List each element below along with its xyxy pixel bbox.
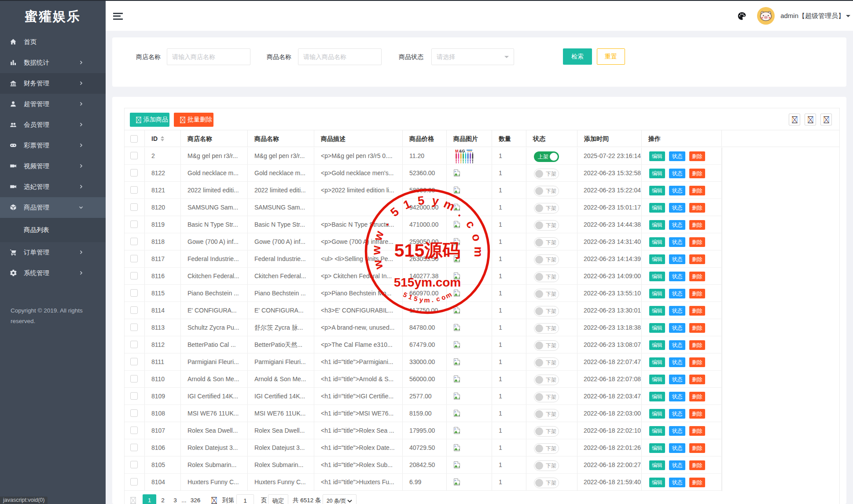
svg-text:y: y xyxy=(419,296,424,304)
svg-text:.: . xyxy=(456,207,467,219)
svg-text:5: 5 xyxy=(388,205,401,220)
svg-text:515源码: 515源码 xyxy=(394,240,460,261)
svg-text:5: 5 xyxy=(413,294,419,302)
svg-text:w: w xyxy=(370,245,383,256)
svg-text:w: w xyxy=(371,229,387,243)
svg-text:.: . xyxy=(431,296,434,303)
svg-text:1: 1 xyxy=(408,293,414,301)
svg-text:5: 5 xyxy=(417,194,425,208)
svg-text:.: . xyxy=(379,218,391,228)
svg-text:w: w xyxy=(370,258,386,271)
svg-text:5: 5 xyxy=(402,291,408,299)
svg-text:m: m xyxy=(441,197,457,213)
svg-text:1: 1 xyxy=(401,197,413,212)
svg-text:M: M xyxy=(455,149,459,153)
svg-text:y: y xyxy=(431,194,440,208)
svg-text:c: c xyxy=(435,295,441,303)
svg-text:&G: &G xyxy=(459,149,465,153)
svg-text:515ym.com: 515ym.com xyxy=(394,276,461,289)
svg-text:m: m xyxy=(472,246,485,257)
svg-text:m: m xyxy=(424,296,430,304)
svg-text:c: c xyxy=(463,218,478,231)
svg-text:o: o xyxy=(469,232,484,243)
